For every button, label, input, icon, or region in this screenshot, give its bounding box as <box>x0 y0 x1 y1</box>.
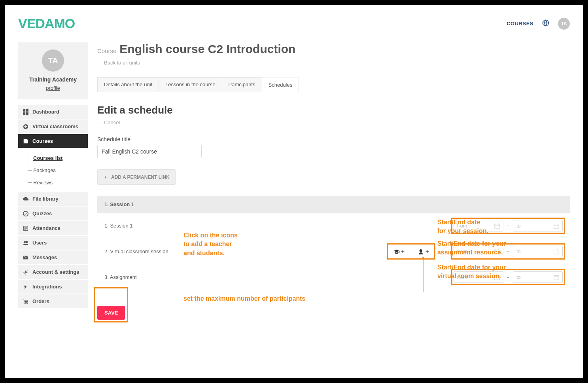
logo: VEDAMO <box>18 16 75 31</box>
back-arrow-icon: ← <box>97 60 102 66</box>
date-separator: - <box>507 248 510 254</box>
profile-link[interactable]: profile <box>46 85 60 91</box>
row-label-session1: 1. Session 1 <box>104 223 176 229</box>
sidebar-item-attendance[interactable]: Attendance <box>18 221 88 235</box>
back-link[interactable]: ← Back to all units <box>97 60 140 66</box>
perm-link-label: ADD A PERMANENT LINK <box>111 174 170 180</box>
sidebar-item-label: Virtual classrooms <box>32 123 78 129</box>
sidebar-item-dashboard[interactable]: Dashboard <box>18 105 88 119</box>
profile-name: Training Academy <box>22 76 84 83</box>
sidebar-item-file-library[interactable]: File library <box>18 192 88 206</box>
sidebar-item-orders[interactable]: Orders <box>18 294 88 308</box>
save-button[interactable]: SAVE <box>97 306 125 320</box>
date-separator: - <box>507 274 510 280</box>
svg-rect-21 <box>554 250 559 254</box>
profile-avatar: TA <box>42 49 64 72</box>
cancel-arrow-icon: ← <box>97 119 102 125</box>
schedule-header: 1. Session 1 <box>97 196 570 213</box>
svg-rect-23 <box>554 275 559 280</box>
sidebar-item-messages[interactable]: Messages <box>18 250 88 264</box>
svg-rect-2 <box>26 109 28 112</box>
svg-point-15 <box>25 303 26 304</box>
schedule-title-input[interactable] <box>97 145 202 158</box>
row-label-virtual-classroom: 2. Virtual classroom session <box>104 248 176 254</box>
svg-point-14 <box>25 271 26 273</box>
add-permanent-link-button[interactable]: ＋ ADD A PERMANENT LINK <box>97 169 176 185</box>
annotation-date-hint-2: Start/End date for your assignment resou… <box>437 239 506 257</box>
calendar-icon <box>554 223 559 229</box>
tab-schedules[interactable]: Schedules <box>262 78 299 92</box>
back-link-label: Back to all units <box>104 60 140 66</box>
sidebar-item-quizzes[interactable]: ? Quizzes <box>18 207 88 220</box>
globe-icon[interactable] <box>542 19 549 28</box>
page-title: English course C2 Introduction <box>119 42 295 56</box>
plus-icon: ＋ <box>103 174 108 180</box>
sidebar-item-label: File library <box>32 196 59 202</box>
tab-participants[interactable]: Participants <box>222 77 262 92</box>
calendar-icon <box>554 249 559 254</box>
sidebar-item-virtual-classrooms[interactable]: Virtual classrooms <box>18 119 88 133</box>
schedule-title-label: Schedule title <box>97 136 570 142</box>
svg-rect-7 <box>25 126 27 127</box>
calendar-icon <box>494 223 500 229</box>
svg-point-11 <box>24 241 26 243</box>
add-student-button[interactable]: + <box>419 248 429 255</box>
svg-rect-3 <box>23 112 25 114</box>
sidebar-item-label: Courses <box>32 138 53 144</box>
cancel-link[interactable]: ← Cancel <box>97 119 120 125</box>
to-placeholder: to <box>516 248 521 254</box>
annotation-icons-hint: Click on the icons to add a teacher and … <box>183 231 238 258</box>
row-label-assignment: 3. Assignment <box>104 274 176 280</box>
sidebar-item-label: Integrations <box>32 284 62 290</box>
plus-icon: + <box>425 248 429 255</box>
svg-text:?: ? <box>25 212 26 216</box>
sidebar-item-account-settings[interactable]: Account & settings <box>18 265 88 279</box>
sidebar-item-label: Attendance <box>32 225 61 231</box>
sidebar-item-label: Orders <box>32 298 49 304</box>
avatar[interactable]: TA <box>558 18 570 30</box>
plus-icon: + <box>401 248 405 255</box>
sidebar-item-users[interactable]: Users <box>18 236 88 250</box>
annotation-date-hint-1: Start/End date for your session. <box>437 218 488 236</box>
to-date-input[interactable]: to <box>513 271 563 283</box>
svg-rect-1 <box>23 109 25 112</box>
svg-rect-4 <box>26 112 28 114</box>
svg-rect-18 <box>554 224 559 228</box>
sidebar-item-label: Messages <box>32 254 57 260</box>
sidebar-item-label: Dashboard <box>32 109 59 115</box>
to-date-input[interactable]: to <box>513 246 563 257</box>
calendar-icon <box>554 275 559 280</box>
annotation-date-hint-3: Start/End date for your virtual room ses… <box>437 263 506 281</box>
to-placeholder: to <box>516 223 521 229</box>
profile-box: TA Training Academy profile <box>18 42 88 99</box>
sidebar-item-integrations[interactable]: Integrations <box>18 280 88 294</box>
cancel-link-label: Cancel <box>104 119 120 125</box>
sidebar-item-label: Account & settings <box>32 269 79 275</box>
course-prefix: Course <box>97 47 116 54</box>
date-separator: - <box>507 223 510 229</box>
annotation-arrow-head <box>421 256 425 260</box>
add-teacher-button[interactable]: + <box>393 248 405 255</box>
sidebar-sub-packages[interactable]: Packages <box>28 164 88 176</box>
sidebar-sub-courses-list[interactable]: Courses list <box>28 152 88 164</box>
svg-point-12 <box>26 241 28 243</box>
user-icon <box>419 249 424 254</box>
to-placeholder: to <box>516 274 521 280</box>
svg-point-16 <box>26 303 28 304</box>
sidebar-sub-reviews[interactable]: Reviews <box>28 176 88 189</box>
annotation-max-participants: set the maximum number of participants <box>183 294 306 303</box>
tab-details[interactable]: Details about the unit <box>97 77 159 92</box>
svg-point-19 <box>420 249 422 252</box>
svg-rect-17 <box>495 224 499 228</box>
graduation-cap-icon <box>393 249 400 254</box>
sidebar-item-label: Users <box>32 240 47 246</box>
tab-lessons[interactable]: Lessons in the course <box>159 77 222 92</box>
to-date-input[interactable]: to <box>513 220 563 231</box>
nav-courses-link[interactable]: COURSES <box>507 21 533 27</box>
section-title: Edit a schedule <box>97 104 570 116</box>
sidebar-item-label: Quizzes <box>32 210 52 216</box>
sidebar-item-courses[interactable]: Courses <box>18 134 88 148</box>
annotation-arrow <box>423 260 424 292</box>
